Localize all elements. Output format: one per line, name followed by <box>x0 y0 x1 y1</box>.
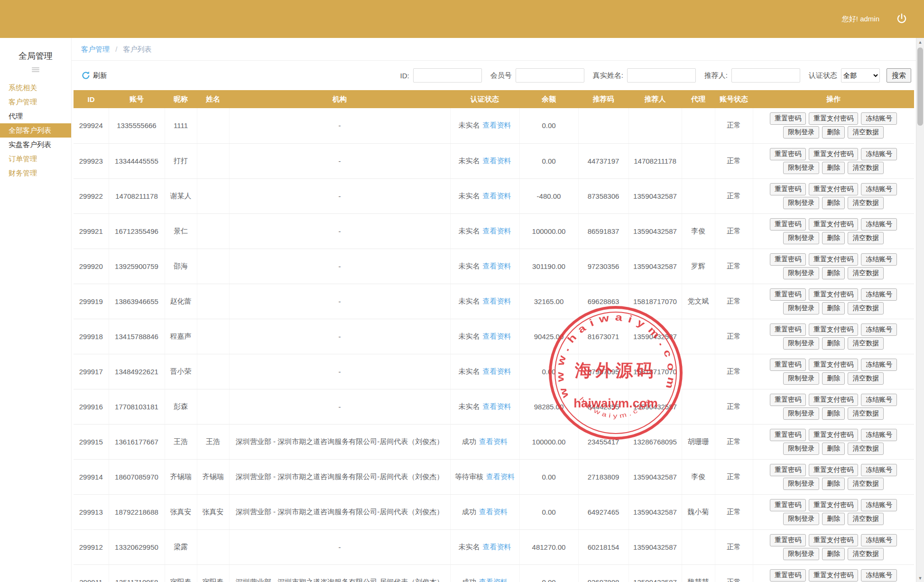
scroll-up-arrow-icon[interactable]: ▲ <box>916 38 924 46</box>
freeze-account-button[interactable]: 冻结账号 <box>861 534 897 546</box>
restrict-login-button[interactable]: 限制登录 <box>783 126 819 139</box>
reset-password-button[interactable]: 重置密码 <box>770 288 806 301</box>
reset-pay-password-button[interactable]: 重置支付密码 <box>809 288 858 301</box>
clear-data-button[interactable]: 清空数据 <box>848 126 884 139</box>
view-profile-link[interactable]: 查看资料 <box>483 192 511 200</box>
reset-pay-password-button[interactable]: 重置支付密码 <box>809 359 858 371</box>
scroll-down-arrow-icon[interactable]: ▼ <box>916 574 924 582</box>
referrer-filter-input[interactable] <box>731 68 800 83</box>
vertical-scrollbar[interactable]: ▲ ▼ <box>916 38 924 582</box>
sidebar-item-customer-management[interactable]: 客户管理 <box>0 95 71 109</box>
reset-password-button[interactable]: 重置密码 <box>770 429 806 441</box>
reset-pay-password-button[interactable]: 重置支付密码 <box>809 218 858 231</box>
freeze-account-button[interactable]: 冻结账号 <box>861 112 897 125</box>
reset-password-button[interactable]: 重置密码 <box>770 323 806 336</box>
clear-data-button[interactable]: 清空数据 <box>848 548 884 560</box>
freeze-account-button[interactable]: 冻结账号 <box>861 253 897 266</box>
reset-pay-password-button[interactable]: 重置支付密码 <box>809 534 858 546</box>
auth-status-select[interactable]: 全部 <box>841 68 880 83</box>
reset-pay-password-button[interactable]: 重置支付密码 <box>809 499 858 511</box>
freeze-account-button[interactable]: 冻结账号 <box>861 148 897 160</box>
reset-password-button[interactable]: 重置密码 <box>770 218 806 231</box>
restrict-login-button[interactable]: 限制登录 <box>783 197 819 209</box>
delete-button[interactable]: 删除 <box>822 197 845 209</box>
sidebar-item-all-customer-list[interactable]: 全部客户列表 <box>0 123 71 138</box>
freeze-account-button[interactable]: 冻结账号 <box>861 394 897 406</box>
sidebar-collapse-handle[interactable] <box>32 67 39 72</box>
restrict-login-button[interactable]: 限制登录 <box>783 162 819 174</box>
view-profile-link[interactable]: 查看资料 <box>483 121 511 129</box>
freeze-account-button[interactable]: 冻结账号 <box>861 183 897 195</box>
restrict-login-button[interactable]: 限制登录 <box>783 302 819 314</box>
view-profile-link[interactable]: 查看资料 <box>486 472 515 480</box>
reset-password-button[interactable]: 重置密码 <box>770 148 806 160</box>
clear-data-button[interactable]: 清空数据 <box>848 337 884 350</box>
restrict-login-button[interactable]: 限制登录 <box>783 548 819 560</box>
restrict-login-button[interactable]: 限制登录 <box>783 267 819 279</box>
reset-pay-password-button[interactable]: 重置支付密码 <box>809 183 858 195</box>
reset-password-button[interactable]: 重置密码 <box>770 112 806 125</box>
delete-button[interactable]: 删除 <box>822 162 845 174</box>
reset-password-button[interactable]: 重置密码 <box>770 534 806 546</box>
sidebar-item-real-customer-list[interactable]: 实盘客户列表 <box>0 138 71 152</box>
clear-data-button[interactable]: 清空数据 <box>848 232 884 244</box>
delete-button[interactable]: 删除 <box>822 443 845 455</box>
view-profile-link[interactable]: 查看资料 <box>483 543 511 551</box>
view-profile-link[interactable]: 查看资料 <box>479 437 508 445</box>
reset-pay-password-button[interactable]: 重置支付密码 <box>809 394 858 406</box>
restrict-login-button[interactable]: 限制登录 <box>783 443 819 455</box>
freeze-account-button[interactable]: 冻结账号 <box>861 499 897 511</box>
clear-data-button[interactable]: 清空数据 <box>848 513 884 525</box>
real-name-filter-input[interactable] <box>627 68 696 83</box>
breadcrumb-parent-link[interactable]: 客户管理 <box>81 45 110 53</box>
clear-data-button[interactable]: 清空数据 <box>848 372 884 385</box>
clear-data-button[interactable]: 清空数据 <box>848 478 884 490</box>
delete-button[interactable]: 删除 <box>822 513 845 525</box>
search-button[interactable]: 搜索 <box>887 68 911 83</box>
clear-data-button[interactable]: 清空数据 <box>848 302 884 314</box>
reset-pay-password-button[interactable]: 重置支付密码 <box>809 464 858 476</box>
sidebar-item-finance-management[interactable]: 财务管理 <box>0 166 71 180</box>
restrict-login-button[interactable]: 限制登录 <box>783 337 819 350</box>
view-profile-link[interactable]: 查看资料 <box>483 227 511 235</box>
scrollbar-thumb[interactable] <box>917 47 923 126</box>
clear-data-button[interactable]: 清空数据 <box>848 267 884 279</box>
freeze-account-button[interactable]: 冻结账号 <box>861 429 897 441</box>
reset-pay-password-button[interactable]: 重置支付密码 <box>809 253 858 266</box>
reset-password-button[interactable]: 重置密码 <box>770 569 806 582</box>
refresh-button[interactable]: 刷新 <box>81 71 107 80</box>
clear-data-button[interactable]: 清空数据 <box>848 162 884 174</box>
reset-pay-password-button[interactable]: 重置支付密码 <box>809 429 858 441</box>
freeze-account-button[interactable]: 冻结账号 <box>861 323 897 336</box>
reset-password-button[interactable]: 重置密码 <box>770 464 806 476</box>
delete-button[interactable]: 删除 <box>822 267 845 279</box>
sidebar-item-system[interactable]: 系统相关 <box>0 81 71 95</box>
clear-data-button[interactable]: 清空数据 <box>848 443 884 455</box>
view-profile-link[interactable]: 查看资料 <box>483 157 511 165</box>
id-filter-input[interactable] <box>413 68 482 83</box>
view-profile-link[interactable]: 查看资料 <box>483 402 511 410</box>
sidebar-item-order-management[interactable]: 订单管理 <box>0 152 71 166</box>
delete-button[interactable]: 删除 <box>822 372 845 385</box>
freeze-account-button[interactable]: 冻结账号 <box>861 464 897 476</box>
reset-password-button[interactable]: 重置密码 <box>770 394 806 406</box>
view-profile-link[interactable]: 查看资料 <box>483 332 511 340</box>
freeze-account-button[interactable]: 冻结账号 <box>861 218 897 231</box>
freeze-account-button[interactable]: 冻结账号 <box>861 359 897 371</box>
restrict-login-button[interactable]: 限制登录 <box>783 478 819 490</box>
clear-data-button[interactable]: 清空数据 <box>848 197 884 209</box>
restrict-login-button[interactable]: 限制登录 <box>783 372 819 385</box>
sidebar-item-agent[interactable]: 代理 <box>0 109 71 123</box>
reset-password-button[interactable]: 重置密码 <box>770 253 806 266</box>
delete-button[interactable]: 删除 <box>822 232 845 244</box>
view-profile-link[interactable]: 查看资料 <box>479 578 508 582</box>
delete-button[interactable]: 删除 <box>822 407 845 420</box>
freeze-account-button[interactable]: 冻结账号 <box>861 569 897 582</box>
view-profile-link[interactable]: 查看资料 <box>483 297 511 305</box>
delete-button[interactable]: 删除 <box>822 548 845 560</box>
reset-pay-password-button[interactable]: 重置支付密码 <box>809 148 858 160</box>
reset-password-button[interactable]: 重置密码 <box>770 183 806 195</box>
reset-pay-password-button[interactable]: 重置支付密码 <box>809 323 858 336</box>
delete-button[interactable]: 删除 <box>822 126 845 139</box>
restrict-login-button[interactable]: 限制登录 <box>783 513 819 525</box>
